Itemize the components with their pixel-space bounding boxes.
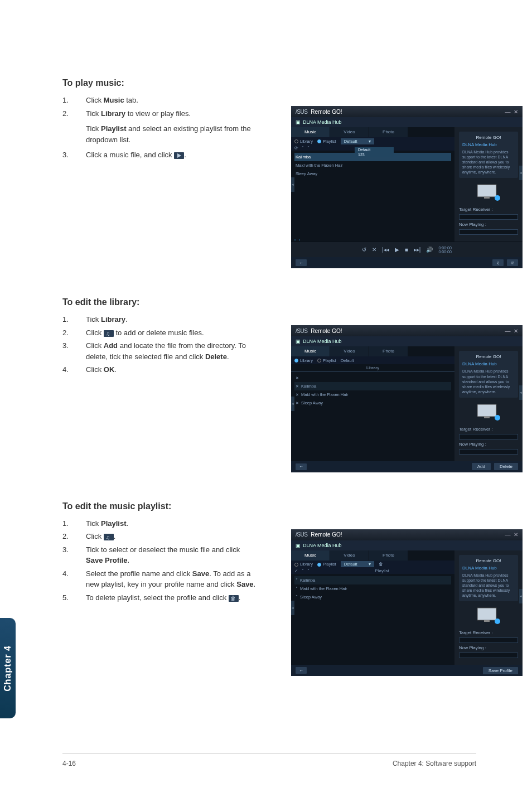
- collapse-right-icon[interactable]: ◂: [519, 589, 523, 603]
- playlist-dropdown[interactable]: Default▾: [341, 561, 374, 567]
- side-info: Remote GO! DLNA Media Hub DLNA Media Hub…: [459, 132, 518, 178]
- step-num: 2.: [62, 108, 86, 119]
- dropdown-list[interactable]: Default 123: [355, 147, 394, 157]
- track-item[interactable]: ˅Maid with the Flaxen Hair: [294, 584, 451, 593]
- remove-icon[interactable]: ✕: [296, 401, 299, 405]
- play-icon: [174, 152, 184, 159]
- tab-photo[interactable]: Photo: [369, 127, 408, 137]
- svg-rect-7: [484, 620, 490, 622]
- back-icon[interactable]: ←: [296, 259, 307, 266]
- check-toggle[interactable]: ˅: [296, 595, 298, 600]
- down-icon[interactable]: ˅: [307, 146, 309, 151]
- svg-rect-3: [477, 404, 496, 417]
- collapse-left-icon[interactable]: ◂: [291, 177, 294, 192]
- radio-library[interactable]: [294, 359, 298, 363]
- heading-play-music: To play music:: [62, 78, 476, 88]
- track-item[interactable]: ✕: [294, 374, 451, 382]
- add-button[interactable]: Add: [472, 463, 491, 470]
- repeat-icon[interactable]: ↺: [362, 247, 366, 253]
- delete-button[interactable]: Delete: [494, 463, 518, 470]
- back-icon[interactable]: ←: [296, 667, 307, 674]
- music-icon[interactable]: ♫: [492, 259, 504, 266]
- volume-icon[interactable]: 🔊: [426, 247, 433, 253]
- brand-logo: /SUS: [296, 109, 307, 115]
- window-buttons[interactable]: — ✕: [505, 109, 518, 115]
- page-number: 4-16: [62, 760, 76, 767]
- mode-label: Playlist: [313, 568, 451, 573]
- step-text: Click a music file, and click .: [86, 149, 186, 161]
- down-icon[interactable]: ˅: [307, 568, 309, 573]
- tab-video[interactable]: Video: [330, 346, 369, 356]
- step-text: Click Add and locate the file from the d…: [86, 340, 259, 362]
- track-item[interactable]: ˅Sleep Away: [294, 593, 451, 601]
- tab-music[interactable]: Music: [291, 346, 330, 356]
- next-icon[interactable]: ▸▸|: [414, 247, 421, 253]
- playlist-dropdown[interactable]: Default▾: [341, 138, 374, 144]
- step-num: 1.: [62, 314, 86, 325]
- track-item[interactable]: Sleep Away: [294, 170, 451, 178]
- step-num: 1.: [62, 95, 86, 106]
- track-item[interactable]: ✕Kalimba: [294, 382, 451, 390]
- bottom-bar: ← ♫⎚: [291, 257, 523, 268]
- check-icon[interactable]: ✓: [294, 568, 298, 573]
- tab-music[interactable]: Music: [291, 550, 330, 561]
- music-icon: [104, 330, 114, 337]
- radio-playlist[interactable]: [317, 139, 321, 143]
- check-toggle[interactable]: ˅: [296, 586, 298, 591]
- track-item[interactable]: ✕Sleep Away: [294, 399, 451, 407]
- radio-library[interactable]: [294, 139, 298, 143]
- svg-rect-1: [484, 197, 490, 199]
- tab-photo[interactable]: Photo: [369, 346, 408, 356]
- tab-photo[interactable]: Photo: [369, 550, 408, 561]
- trash-icon[interactable]: 🗑: [379, 562, 383, 567]
- check-toggle[interactable]: ˅: [296, 578, 298, 583]
- device-icon[interactable]: ⎚: [507, 259, 518, 266]
- radio-playlist[interactable]: [317, 359, 321, 363]
- step-num: [62, 123, 86, 145]
- up-icon[interactable]: ˄: [302, 568, 304, 573]
- title-bar: /SUSRemote GO! — ✕: [291, 106, 523, 117]
- refresh-icon[interactable]: ⟳: [294, 146, 298, 151]
- step-text: Click .: [86, 531, 115, 542]
- step-num: 1.: [62, 518, 86, 529]
- up-icon[interactable]: ˄: [302, 146, 304, 151]
- tab-music[interactable]: Music: [291, 127, 330, 137]
- step-num: 5.: [62, 592, 86, 603]
- heading-edit-playlist: To edit the music playlist:: [62, 501, 476, 511]
- remove-icon[interactable]: ✕: [296, 384, 299, 389]
- collapse-left-icon[interactable]: ◂: [291, 397, 294, 411]
- radio-library[interactable]: [294, 563, 298, 567]
- scrubber[interactable]: • •: [294, 238, 301, 241]
- step-text: Click OK.: [86, 364, 117, 375]
- trash-icon: [229, 595, 239, 602]
- step-text: Tick Playlist and select an existing pla…: [86, 123, 259, 145]
- mode-label: Library: [291, 364, 454, 371]
- remove-icon[interactable]: ✕: [296, 393, 299, 397]
- collapse-right-icon[interactable]: ◂: [519, 166, 523, 180]
- remove-icon[interactable]: ✕: [296, 376, 299, 380]
- tab-video[interactable]: Video: [330, 550, 369, 561]
- back-icon[interactable]: ←: [296, 463, 307, 470]
- step-num: 3.: [62, 340, 86, 362]
- page-footer: 4-16 Chapter 4: Software support: [62, 753, 476, 767]
- steps-edit-library: 1. Tick Library. 2. Click to add or dele…: [62, 314, 274, 375]
- tab-video[interactable]: Video: [330, 127, 369, 137]
- prev-icon[interactable]: |◂◂: [382, 247, 389, 253]
- track-item[interactable]: ✕Maid with the Flaxen Hair: [294, 390, 451, 399]
- screenshot-play: /SUSRemote GO! — ✕ ▣ DLNA Media Hub Musi…: [291, 106, 523, 268]
- save-profile-button[interactable]: Save Profile: [483, 667, 518, 674]
- stop-icon[interactable]: ■: [405, 247, 408, 253]
- play-icon[interactable]: ▶: [395, 247, 399, 253]
- collapse-left-icon[interactable]: ◂: [291, 601, 294, 615]
- shuffle-icon[interactable]: ✕: [372, 247, 376, 253]
- track-item[interactable]: ˅Kalimba: [294, 576, 451, 584]
- collapse-right-icon[interactable]: ◂: [519, 385, 523, 400]
- heading-edit-library: To edit the library:: [62, 297, 476, 307]
- svg-point-5: [495, 415, 500, 421]
- radio-playlist[interactable]: [317, 563, 321, 567]
- track-item[interactable]: Maid with the Flaxen Hair: [294, 161, 451, 170]
- steps-edit-playlist: 1. Tick Playlist. 2. Click . 3. Tick to …: [62, 518, 274, 603]
- tab-row: Music Video Photo: [291, 127, 454, 137]
- step-num: 4.: [62, 364, 86, 375]
- music-icon: [104, 534, 114, 540]
